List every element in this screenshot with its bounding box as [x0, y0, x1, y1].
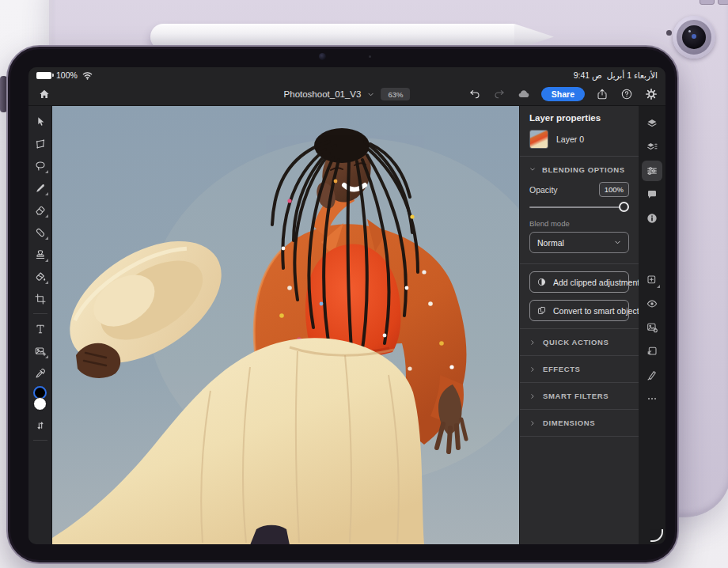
brush-tool[interactable] [31, 178, 50, 198]
blend-mode-value: Normal [537, 238, 564, 248]
chevron-down-icon [614, 238, 621, 248]
section-dimensions-label: DIMENSIONS [543, 418, 595, 427]
tool-divider [33, 313, 47, 314]
info-icon[interactable] [642, 208, 662, 229]
adjustment-layer-icon[interactable] [642, 317, 662, 338]
rear-camera-lens [682, 25, 706, 49]
section-effects-label: EFFECTS [543, 365, 580, 373]
place-photo-tool[interactable] [31, 341, 50, 361]
eyedropper-tool[interactable] [31, 363, 50, 383]
tool-submenu-indicator [45, 192, 48, 195]
front-ipad-body: 100% 9:41 ص الأربعاء 1 أبريل Photoshoot_… [6, 45, 679, 564]
front-camera [319, 53, 326, 60]
clone-stamp-tool[interactable] [31, 244, 50, 264]
crop-tool[interactable] [31, 289, 50, 309]
rear-volume-up-button [700, 0, 715, 5]
rear-camera-glint [692, 34, 696, 39]
fill-tool[interactable] [31, 267, 50, 286]
document-title[interactable]: Photoshoot_01_V3 [284, 89, 362, 99]
panel-title: Layer properties [529, 113, 629, 123]
add-clipped-adjustment-button-label: Add clipped adjustment [553, 278, 639, 287]
settings-gear-icon[interactable] [644, 87, 658, 101]
redo-icon [492, 87, 506, 101]
rear-camera-spec [688, 30, 691, 32]
section-effects[interactable]: EFFECTS [529, 356, 629, 382]
tool-rail [28, 106, 52, 544]
convert-smart-object-button-label: Convert to smart object [553, 306, 639, 316]
add-layer-icon[interactable] [642, 270, 662, 290]
front-mic-dot [369, 55, 371, 58]
screen: 100% 9:41 ص الأربعاء 1 أبريل Photoshoot_… [28, 67, 665, 544]
tool-submenu-indicator [45, 281, 48, 284]
tool-submenu-indicator [45, 214, 48, 218]
wifi-icon [82, 71, 93, 80]
opacity-slider[interactable] [529, 202, 629, 213]
tool-submenu-indicator [45, 259, 48, 262]
divider [520, 436, 639, 437]
section-smart-filters[interactable]: SMART FILTERS [529, 383, 629, 409]
status-date: الأربعاء 1 أبريل [607, 70, 658, 80]
tool-submenu-indicator [657, 285, 660, 288]
color-swatches[interactable] [31, 386, 50, 412]
visibility-icon[interactable] [642, 293, 662, 314]
canvas-photo [52, 106, 519, 544]
section-dimensions[interactable]: DIMENSIONS [529, 410, 629, 436]
section-smart-filters-label: SMART FILTERS [543, 392, 609, 400]
help-icon[interactable] [620, 87, 634, 101]
opacity-slider-knob[interactable] [619, 202, 629, 212]
layer-thumbnail[interactable] [529, 130, 548, 149]
blend-mode-select[interactable]: Normal [529, 232, 629, 253]
undo-icon[interactable] [468, 87, 482, 101]
add-clipped-adjustment-button[interactable]: Add clipped adjustment [529, 271, 629, 293]
cloud-sync-icon[interactable] [517, 87, 531, 101]
more-icon[interactable] [642, 388, 662, 409]
transform-tool[interactable] [31, 134, 50, 153]
status-bar: 100% 9:41 ص الأربعاء 1 أبريل [28, 67, 665, 83]
share-button[interactable]: Share [541, 87, 585, 102]
rear-camera [673, 16, 715, 59]
battery-percent: 100% [56, 70, 78, 80]
background-color-swatch[interactable] [33, 397, 47, 411]
blending-options-header[interactable]: BLENDING OPTIONS [529, 157, 629, 181]
tool-divider [33, 440, 47, 441]
lasso-tool[interactable] [31, 156, 50, 176]
clip-mask-icon[interactable] [642, 341, 662, 362]
status-time: 9:41 ص [574, 70, 602, 80]
opacity-value-field[interactable]: 100% [599, 182, 629, 197]
layer-row[interactable]: Layer 0 [529, 130, 629, 149]
tool-submenu-indicator [45, 237, 48, 240]
chevron-down-icon [529, 165, 536, 174]
layer-properties-panel: Layer properties Layer 0 BLENDING OPTION… [519, 106, 639, 544]
layer-mask-icon[interactable] [642, 365, 662, 385]
eraser-tool[interactable] [31, 200, 50, 220]
canvas[interactable] [52, 106, 519, 544]
rear-volume-down-button [718, 0, 728, 5]
section-quick-actions[interactable]: QUICK ACTIONS [529, 329, 629, 355]
title-chevron-down-icon[interactable] [367, 91, 374, 98]
swap-colors-tool[interactable] [31, 415, 50, 435]
opacity-slider-track [529, 206, 629, 208]
tool-submenu-indicator [45, 355, 48, 358]
layers-icon[interactable] [642, 113, 662, 134]
blending-options-label: BLENDING OPTIONS [542, 165, 625, 174]
rear-camera-ring [677, 20, 711, 55]
home-button[interactable] [36, 85, 53, 103]
convert-smart-object-button[interactable]: Convert to smart object [529, 300, 629, 321]
rear-mic-dot [666, 30, 672, 36]
section-quick-actions-label: QUICK ACTIONS [543, 338, 609, 346]
blend-mode-label: Blend mode [529, 219, 629, 228]
layer-stack-icon[interactable] [642, 137, 662, 157]
battery-icon [36, 72, 51, 79]
right-icon-rail [639, 106, 665, 544]
healing-tool[interactable] [31, 222, 50, 242]
comments-icon[interactable] [642, 184, 662, 205]
opacity-label: Opacity [529, 185, 558, 195]
zoom-level-badge[interactable]: 63% [381, 88, 410, 100]
app-toolbar: Photoshoot_01_V3 63% Share [28, 83, 665, 106]
tool-submenu-indicator [45, 170, 48, 173]
move-tool[interactable] [31, 112, 50, 131]
layer-name: Layer 0 [556, 134, 584, 144]
properties-icon[interactable] [642, 161, 662, 181]
type-tool[interactable] [31, 319, 50, 339]
share-sheet-icon[interactable] [595, 87, 609, 101]
